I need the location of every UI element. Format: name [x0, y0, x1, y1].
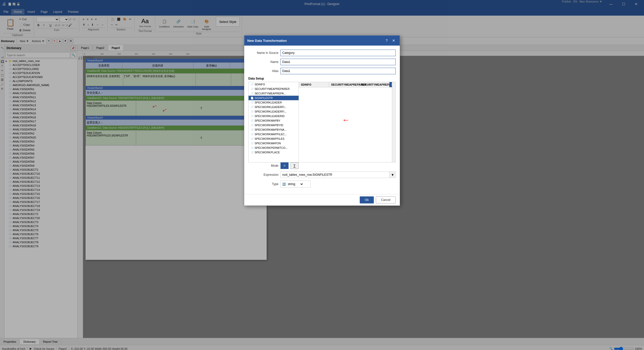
modal-scrollbar[interactable]: [392, 82, 395, 162]
data-setup-grid: 📄 SDINFO📄 SECURITYMEAPREPARER📄 SECURITYM…: [248, 82, 396, 162]
data-grid-header: SDINFO SECURITYMEAPREPARER SECURITYMEAPR…: [299, 82, 392, 87]
expression-label: Expression: [248, 173, 278, 177]
mode-label: Mode: [248, 164, 278, 167]
up-arrow-indicator: ↑: [341, 118, 350, 122]
data-list-item[interactable]: 📄 SDINFO: [249, 82, 299, 87]
data-list-item[interactable]: 📄 SPECWORKPLACE: [249, 150, 299, 155]
ok-btn[interactable]: Ok: [360, 196, 374, 203]
modal-close-btn[interactable]: ✕: [391, 38, 397, 44]
expression-container: ▼: [280, 171, 396, 178]
type-label: Type: [248, 182, 278, 186]
alias-row: Alias: [248, 68, 396, 74]
modal-dialog: New Data Transformation ? ✕ Name in Sour…: [244, 35, 400, 206]
name-row: Name: [248, 59, 396, 65]
alias-label: Alias: [248, 69, 278, 73]
alias-input[interactable]: [280, 68, 396, 74]
type-row: Type 🔤 string integer decimal boolean da…: [248, 181, 396, 188]
name-input[interactable]: [280, 59, 396, 65]
name-in-source-label: Name in Source: [248, 51, 278, 55]
mode-equal-btn[interactable]: =: [280, 162, 289, 169]
mode-section: Mode = ∑: [248, 162, 396, 169]
data-list-item[interactable]: 📄 SPECWORKMAPFILEC...: [249, 132, 299, 136]
col-securitymeaprepareid[interactable]: SECURITYMEAPREPAREID: [359, 82, 389, 87]
data-list-item[interactable]: 📄 SIGNFILESTR: [249, 96, 299, 100]
col-signfilestr[interactable]: SIGNFILESTR: [389, 82, 392, 87]
type-select[interactable]: string integer decimal boolean datetime: [287, 182, 304, 186]
arrow-area: ↑: [343, 116, 347, 125]
data-list-item[interactable]: 📄 SPECWORKMAPON: [249, 141, 299, 146]
modal-footer: Ok Cancel: [244, 194, 400, 205]
mode-sum-btn[interactable]: ∑: [291, 162, 299, 169]
data-grid: SDINFO SECURITYMEAPREPARER SECURITYMEAPR…: [299, 82, 392, 162]
data-list-item[interactable]: 📄 SPECWORKLEADERID: [249, 114, 299, 118]
data-list-item[interactable]: 📄 SPECWORKLEADERFI...: [249, 105, 299, 109]
cancel-btn[interactable]: Cancel: [376, 196, 396, 203]
data-list-item[interactable]: 📄 SPECWORKMAPBYID: [249, 123, 299, 127]
data-list-item[interactable]: 📄 SECURITYMEAPREPARER: [249, 87, 299, 91]
expression-dropdown-btn[interactable]: ▼: [389, 172, 395, 178]
expression-row: Expression ▼: [248, 171, 396, 178]
data-list-item[interactable]: 📄 SPECWORKMAPBYNA...: [249, 127, 299, 132]
modal-title: New Data Transformation: [247, 39, 287, 43]
modal-header-controls: ? ✕: [384, 38, 397, 44]
modal-body: Name in Source Name Alias Data Setup 📄 S…: [244, 46, 400, 194]
data-setup-label: Data Setup: [248, 77, 396, 80]
type-display: 🔤 string integer decimal boolean datetim…: [280, 181, 311, 188]
data-list-item[interactable]: 📄 SPECWORKLEADERFI...: [249, 109, 299, 114]
name-label: Name: [248, 60, 278, 64]
name-in-source-input[interactable]: [280, 50, 396, 56]
modal-help-btn[interactable]: ?: [384, 38, 390, 44]
col-securitymeapreparer[interactable]: SECURITYMEAPREPARER: [329, 82, 359, 87]
name-in-source-row: Name in Source: [248, 50, 396, 56]
data-list-item[interactable]: 📄 SPECWORKMAPFILES: [249, 136, 299, 141]
data-list-item[interactable]: 📄 SPECWORKLEADER: [249, 100, 299, 105]
modal-overlay: New Data Transformation ? ✕ Name in Sour…: [0, 0, 644, 350]
data-list-item[interactable]: 📄 SPECWORKMAPBY: [249, 118, 299, 123]
col-sdinfo[interactable]: SDINFO: [299, 82, 329, 87]
data-grid-content: ↑: [299, 87, 392, 153]
expression-input[interactable]: [281, 173, 389, 177]
data-list-item[interactable]: 📄 SPECWORKPERMITCO...: [249, 146, 299, 150]
modal-header: New Data Transformation ? ✕: [244, 36, 400, 46]
data-list: 📄 SDINFO📄 SECURITYMEAPREPARER📄 SECURITYM…: [249, 82, 299, 162]
data-list-item[interactable]: 📄 SECURITYMEAPREPA...: [249, 91, 299, 96]
data-setup-section: Data Setup 📄 SDINFO📄 SECURITYMEAPREPARER…: [248, 77, 396, 162]
